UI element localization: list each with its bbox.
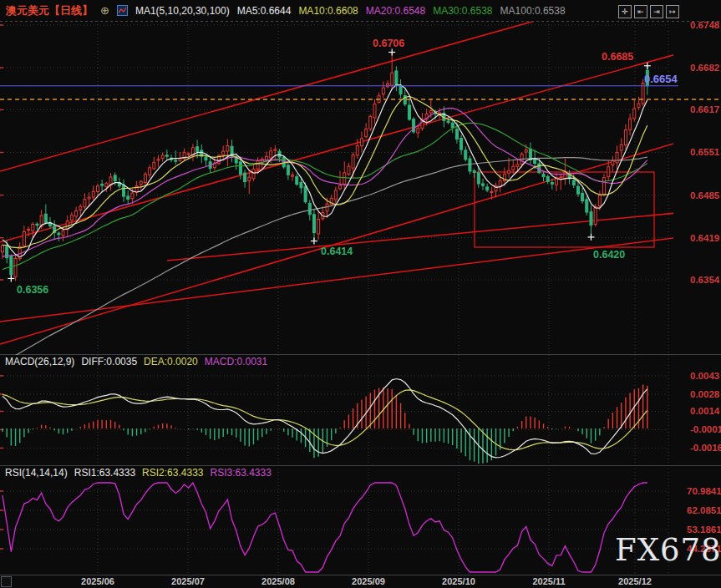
chart-canvas[interactable]: 0.66540.67060.66850.63560.64140.64200.67… (0, 0, 721, 588)
legend-item: MA20:0.6548 (366, 5, 425, 17)
ma-legend: MA1(5,10,20,30,100)MA5:0.6644MA10:0.6608… (135, 5, 573, 17)
symbol-title: 澳元美元【日线】 (6, 3, 93, 18)
svg-text:0.6354: 0.6354 (690, 275, 720, 285)
legend-item: MA100:0.6538 (500, 5, 566, 17)
chart-type-icon[interactable] (117, 5, 128, 16)
legend-item: RSI2:63.4333 (142, 467, 203, 479)
top-bar: 澳元美元【日线】 ⊕ MA1(5,10,20,30,100)MA5:0.6644… (0, 0, 721, 21)
legend-item: MA5:0.6644 (237, 5, 292, 17)
legend-item: RSI(14,14,14) (5, 467, 68, 479)
legend-item: MACD(26,12,9) (5, 356, 74, 368)
settings-icon[interactable]: ⊕ (100, 4, 109, 17)
svg-text:0.6617: 0.6617 (690, 104, 719, 114)
svg-text:2025/12: 2025/12 (618, 576, 652, 586)
svg-text:0.6485: 0.6485 (690, 190, 720, 200)
svg-text:2025/08: 2025/08 (261, 576, 295, 586)
macd-header: MACD(26,12,9)DIFF:0.0035DEA:0.0020MACD:0… (5, 356, 274, 368)
svg-text:2025/10: 2025/10 (442, 576, 475, 586)
pan-icon[interactable]: ✛ (618, 5, 632, 18)
svg-text:2025/09: 2025/09 (352, 576, 385, 586)
chart-app: 0.66540.67060.66850.63560.64140.64200.67… (0, 0, 721, 588)
svg-text:0.6356: 0.6356 (17, 284, 48, 296)
legend-item: MACD:0.0031 (205, 356, 267, 368)
legend-item: RSI3:63.4333 (211, 467, 272, 479)
svg-text:0.6682: 0.6682 (690, 63, 719, 73)
ma-group-label: MA1(5,10,20,30,100) (135, 5, 230, 17)
legend-item: DIFF:0.0035 (81, 356, 137, 368)
svg-text:2025/07: 2025/07 (171, 576, 205, 586)
svg-text:0.0028: 0.0028 (690, 389, 720, 399)
svg-text:2025/11: 2025/11 (532, 576, 565, 586)
svg-text:0.6420: 0.6420 (593, 249, 625, 261)
scale-left-icon[interactable]: ⇤ (634, 5, 647, 18)
svg-text:2025/06: 2025/06 (81, 576, 114, 586)
legend-item: MA30:0.6538 (433, 5, 492, 17)
svg-text:0.6706: 0.6706 (373, 38, 404, 49)
svg-text:62.0851: 62.0851 (687, 505, 721, 515)
legend-item: DEA:0.0020 (144, 356, 198, 368)
scale-right-icon[interactable]: ⇥ (650, 5, 663, 18)
svg-text:0.6748: 0.6748 (690, 20, 720, 30)
svg-text:0.6419: 0.6419 (690, 233, 719, 243)
exit-icon[interactable]: ↦ (666, 5, 679, 18)
legend-item: MA10:0.6608 (298, 5, 358, 17)
svg-text:-0.0001: -0.0001 (690, 424, 721, 434)
svg-text:0.6685: 0.6685 (602, 51, 633, 63)
watermark: FX678 (615, 535, 721, 565)
svg-text:0.6551: 0.6551 (690, 147, 720, 157)
corner-handle[interactable] (1, 576, 12, 587)
svg-text:70.9841: 70.9841 (687, 486, 721, 496)
svg-text:0.0014: 0.0014 (690, 406, 720, 416)
svg-text:0.6414: 0.6414 (321, 246, 353, 257)
svg-text:-0.0016: -0.0016 (690, 443, 721, 453)
chart-toolbar: ✛⇤⇥↦ (618, 5, 679, 18)
svg-text:0.0043: 0.0043 (690, 371, 719, 381)
rsi-header: RSI(14,14,14)RSI1:63.4333RSI2:63.4333RSI… (5, 467, 278, 479)
legend-item: RSI1:63.4333 (74, 467, 135, 479)
svg-text:0.6654: 0.6654 (644, 73, 678, 85)
